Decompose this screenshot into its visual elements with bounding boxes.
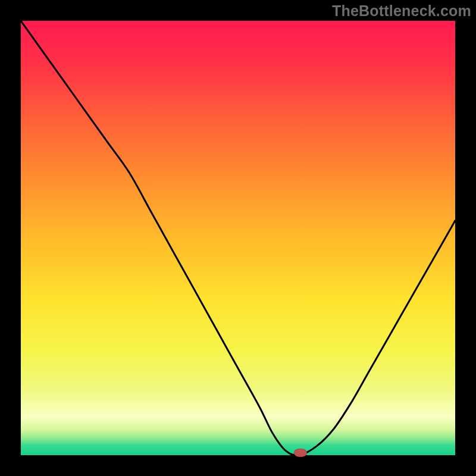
chart-panel — [21, 21, 455, 455]
optimum-marker — [294, 449, 307, 457]
chart-svg — [21, 21, 455, 455]
watermark-text: TheBottleneck.com — [332, 2, 471, 20]
chart-background — [21, 21, 455, 455]
